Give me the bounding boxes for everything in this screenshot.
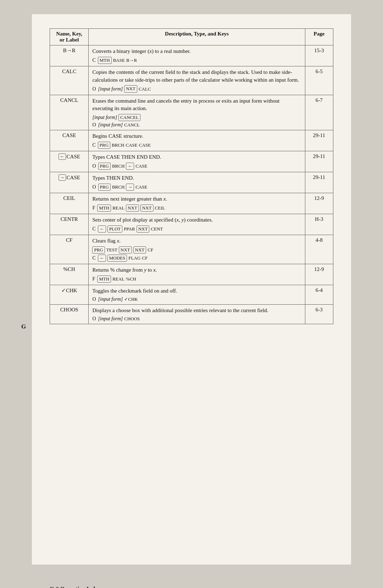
entry-page: 4-8 [305,235,333,264]
desc-text: Sets center of plot display at specified… [92,216,301,224]
entry-page: 12-9 [305,264,333,285]
entry-name: B→R [50,45,89,66]
table-row: CFClears flag x.PRGTESTNXTNXTCFC←MODESFL… [50,235,333,264]
desc-text: Begins CASE structure. [92,132,301,140]
type-char: O [92,184,96,190]
col-header-name: Name, Key,or Label [50,29,89,45]
key-plain: BRCH [112,184,124,190]
key-plain: CANCL [124,122,140,128]
type-char: O [92,122,96,128]
main-table: Name, Key,or Label Description, Type, an… [50,28,333,324]
key-plain: CENT [151,226,163,232]
entry-name: CALC [50,66,89,95]
key-plain: FLAG [128,255,140,261]
key-italic: [input form] [92,115,117,120]
desc-text: Converts a binary integer (x) to a real … [92,48,301,55]
type-char: O [92,163,96,169]
entry-page: 29-11 [305,130,333,151]
key-line: OPRGBRCH←CASE [92,163,301,170]
entry-desc: Sets center of plot display at specified… [89,214,305,235]
entry-desc: Clears flag x.PRGTESTNXTNXTCFC←MODESFLAG… [89,235,305,264]
key-italic: [input form] [98,296,123,302]
entry-desc: Toggles the checkmark field on and off.O… [89,285,305,305]
key-box: PLOT [107,225,123,233]
entry-desc: Returns % change from y to x.FMTHREAL%CH [89,264,305,285]
key-plain: CASE [126,142,138,148]
key-plain: CF [148,247,153,253]
key-plain: REAL [112,276,124,282]
key-line: O[input form]✓CHK [92,296,301,302]
key-box-arrow-left: ← [98,255,106,262]
key-box-arrow-right: → [126,184,134,191]
type-char: C [92,142,95,148]
entry-page: 6-4 [305,285,333,305]
key-italic: [input form] [98,316,123,322]
key-box: MTH [98,57,112,64]
key-box-arrow-left: ← [98,225,106,233]
table-row: CEILReturns next integer greater than x.… [50,193,333,214]
col-header-page: Page [305,29,333,45]
key-plain: CF [142,255,148,261]
entry-name: CANCL [50,95,89,130]
entry-desc: Begins CASE structure.CPRGBRCHCASECASE [89,130,305,151]
key-line: CPRGBRCHCASECASE [92,142,301,149]
desc-text: Types CASE THEN END END. [92,153,301,161]
key-box: PRG [92,246,105,254]
key-plain: REAL [112,205,124,211]
type-char: C [92,58,95,63]
desc-text: Toggles the checkmark field on and off. [92,287,301,295]
entry-name: CENTR [50,214,89,235]
entry-name: →CASE [50,172,89,193]
key-line: O[input form]CHOOS [92,316,301,322]
entry-name: %CH [50,264,89,285]
desc-text: Copies the contents of the current field… [92,69,301,84]
entry-desc: Erases the command line and cancels the … [89,95,305,130]
key-plain: CHOOS [124,316,140,322]
table-row: ←CASETypes CASE THEN END END.OPRGBRCH←CA… [50,151,333,172]
type-char: F [92,205,95,211]
key-box: NXT [140,205,154,212]
table-row: CASEBegins CASE structure.CPRGBRCHCASECA… [50,130,333,151]
key-box: CANCEL [118,114,140,121]
key-plain: %CH [126,276,136,282]
key-box: MTH [97,205,111,212]
desc-text: Clears flag x. [92,237,301,245]
key-plain: BRCH [112,142,124,148]
type-char: C [92,226,95,232]
entry-name: CHOOS [50,304,89,324]
entry-name: CASE [50,130,89,151]
key-box: NXT [137,225,150,233]
key-plain: BRCH [112,163,124,169]
key-line: CMTHBASEB→R [92,57,301,64]
key-plain: ✓CHK [124,296,138,302]
desc-text: Erases the command line and cancels the … [92,97,301,113]
table-row: CHOOSDisplays a choose box with addition… [50,304,333,324]
entry-page: 6-3 [305,304,333,324]
entry-page: 29-11 [305,151,333,172]
key-line: C←MODESFLAGCF [92,255,301,262]
desc-text: Returns next integer greater than x. [92,195,301,203]
key-line: OPRGBRCH→CASE [92,184,301,191]
key-italic: [input form] [98,86,123,92]
key-box: NXT [119,246,132,254]
table-row: B→RConverts a binary integer (x) to a re… [50,45,333,66]
type-char: F [92,276,95,282]
entry-name: CF [50,235,89,264]
entry-desc: Displays a choose box with additional po… [89,304,305,324]
type-char: C [92,255,95,261]
key-box: MTH [97,276,111,283]
key-line: O[input form]NXTCALC [92,85,301,92]
key-line: FMTHREALNXTNXTCEIL [92,205,301,212]
type-char: O [92,296,96,302]
key-box: PRG [98,163,111,170]
key-box: PRG [98,184,111,191]
entry-name: CEIL [50,193,89,214]
key-box: NXT [124,85,137,92]
type-char: O [92,86,96,92]
entry-desc: Types CASE THEN END END.OPRGBRCH←CASE [89,151,305,172]
side-label-g: G [21,323,26,330]
key-plain: BASE [113,58,125,63]
desc-text: Displays a choose box with additional po… [92,307,301,315]
key-line: PRGTESTNXTNXTCF [92,246,301,254]
key-line: C←PLOTPPARNXTCENT [92,225,301,233]
